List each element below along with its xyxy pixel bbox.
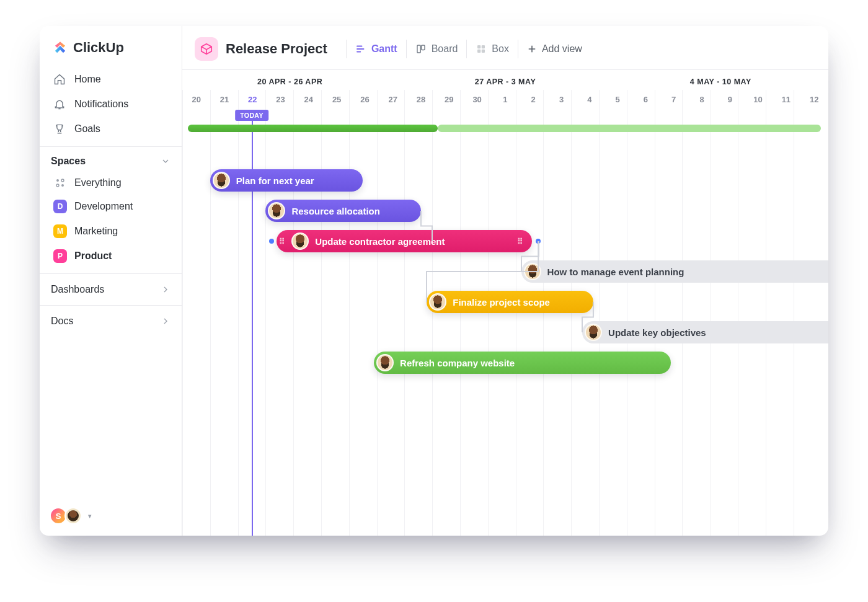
day-label: 11 — [772, 90, 800, 110]
space-badge: M — [53, 224, 67, 238]
assignee-avatar — [213, 172, 230, 189]
day-label: 22 — [239, 90, 267, 110]
week-label: 20 APR - 26 APR — [182, 77, 397, 86]
clickup-logo-icon — [52, 40, 68, 56]
add-view-button[interactable]: Add view — [518, 40, 591, 58]
logo[interactable]: ClickUp — [40, 26, 182, 67]
drag-handle-icon[interactable] — [517, 236, 523, 247]
section-title: Spaces — [51, 156, 86, 167]
tab-label: Gantt — [371, 43, 397, 55]
nav-label: Notifications — [74, 99, 128, 110]
gantt-task[interactable]: Update contractor agreement — [277, 230, 532, 252]
day-label: 12 — [800, 90, 828, 110]
logo-text: ClickUp — [73, 40, 124, 56]
task-label: Update contractor agreement — [315, 236, 445, 247]
day-label: 21 — [210, 90, 238, 110]
tab-box[interactable]: Box — [466, 40, 518, 58]
task-label: Plan for next year — [236, 175, 314, 186]
svg-rect-6 — [477, 45, 480, 48]
day-label: 29 — [435, 90, 463, 110]
day-label: 7 — [660, 90, 688, 110]
bell-icon — [53, 98, 66, 110]
dependency-dot[interactable] — [536, 239, 541, 244]
svg-rect-4 — [417, 45, 420, 53]
day-label: 5 — [603, 90, 631, 110]
nav-label: Goals — [74, 123, 100, 135]
user-footer[interactable]: S ▾ — [50, 507, 92, 525]
spaces-header[interactable]: Spaces — [51, 156, 170, 172]
space-everything[interactable]: Everything — [51, 172, 170, 194]
nav-goals[interactable]: Goals — [47, 117, 174, 141]
svg-rect-8 — [477, 50, 480, 53]
gantt-icon — [355, 43, 366, 55]
task-label: Finalize project scope — [453, 297, 550, 308]
svg-rect-7 — [482, 45, 485, 48]
primary-nav: Home Notifications Goals — [40, 67, 182, 146]
gantt-task[interactable]: Update key objectives — [582, 321, 828, 343]
assignee-avatar — [268, 202, 285, 219]
svg-rect-9 — [482, 50, 485, 53]
cube-icon — [200, 42, 213, 56]
nav-notifications[interactable]: Notifications — [47, 92, 174, 117]
tab-label: Board — [432, 43, 458, 55]
gantt-task[interactable]: Plan for next year — [210, 169, 363, 192]
gantt-task[interactable]: Finalize project scope — [427, 291, 593, 313]
week-label: 4 MAY - 10 MAY — [613, 77, 828, 86]
caret-down-icon: ▾ — [88, 512, 92, 520]
user-avatar — [64, 507, 82, 525]
view-tabs: Gantt Board Box Add view — [346, 40, 591, 58]
space-badge: P — [53, 249, 67, 263]
week-label: 27 APR - 3 MAY — [397, 77, 613, 86]
link-label: Docs — [51, 316, 73, 327]
day-label: 24 — [294, 90, 322, 110]
svg-rect-5 — [421, 45, 424, 50]
day-label: 25 — [322, 90, 350, 110]
day-label: 30 — [463, 90, 491, 110]
chevron-right-icon — [161, 316, 170, 326]
nav-home[interactable]: Home — [47, 67, 174, 92]
project-icon — [195, 37, 218, 61]
task-label: Resource allocation — [291, 206, 380, 216]
sidebar-link-dashboards[interactable]: Dashboards — [40, 273, 182, 305]
space-product[interactable]: PProduct — [51, 244, 170, 268]
app-window: ClickUp Home Notifications Goals Spaces — [40, 26, 828, 536]
link-label: Dashboards — [51, 284, 104, 295]
gantt-task[interactable]: Resource allocation — [265, 200, 421, 222]
day-label: 9 — [716, 90, 744, 110]
dependency-dot[interactable] — [269, 239, 274, 244]
task-label: Update key objectives — [608, 327, 706, 338]
tab-gantt[interactable]: Gantt — [346, 40, 406, 58]
gantt-task[interactable]: How to manage event planning — [521, 260, 828, 283]
svg-point-0 — [56, 179, 59, 182]
svg-point-3 — [61, 184, 64, 187]
chevron-right-icon — [161, 285, 170, 294]
page-header: Release Project Gantt Board Box Add view — [182, 26, 828, 70]
today-badge: TODAY — [235, 110, 268, 121]
space-marketing[interactable]: MMarketing — [51, 219, 170, 244]
space-badge: D — [53, 200, 67, 213]
progress-bar-complete — [188, 125, 438, 132]
day-label: 27 — [379, 90, 407, 110]
day-label: 23 — [267, 90, 294, 110]
gantt-chart[interactable]: 20 APR - 26 APR27 APR - 3 MAY4 MAY - 10 … — [182, 70, 828, 536]
sidebar-link-docs[interactable]: Docs — [40, 305, 182, 337]
assignee-avatar — [524, 263, 541, 280]
tab-board[interactable]: Board — [406, 40, 467, 58]
gantt-task[interactable]: Refresh company website — [374, 352, 671, 374]
assignee-avatar — [291, 232, 309, 250]
chevron-down-icon — [161, 156, 170, 166]
day-header-row: 2021222324252627282930123456789101112 — [182, 90, 828, 110]
board-icon — [415, 43, 427, 55]
svg-point-1 — [61, 179, 64, 182]
sidebar: ClickUp Home Notifications Goals Spaces — [40, 26, 182, 536]
day-label: 28 — [407, 90, 435, 110]
nav-label: Home — [74, 74, 101, 85]
task-label: How to manage event planning — [547, 267, 684, 277]
day-label: 26 — [351, 90, 379, 110]
day-label: 10 — [744, 90, 772, 110]
add-view-label: Add view — [542, 43, 582, 55]
space-label: Marketing — [74, 226, 118, 237]
drag-handle-icon[interactable] — [279, 236, 285, 247]
space-development[interactable]: DDevelopment — [51, 194, 170, 219]
assignee-avatar — [376, 354, 394, 371]
